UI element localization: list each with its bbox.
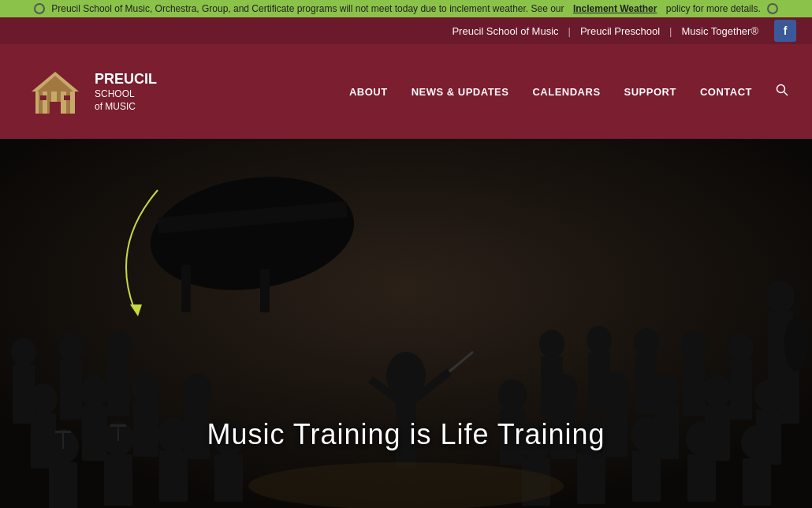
separator-2: | <box>669 25 672 37</box>
logo-area[interactable]: PREUCIL SCHOOL of MUSIC <box>24 60 157 123</box>
alert-bar: Preucil School of Music, Orchestra, Grou… <box>0 0 812 17</box>
svg-rect-41 <box>13 364 35 424</box>
svg-point-76 <box>728 334 754 362</box>
nav-calendars[interactable]: CALENDARS <box>532 86 600 98</box>
svg-line-12 <box>784 92 788 96</box>
svg-point-44 <box>106 330 131 358</box>
nav-support[interactable]: SUPPORT <box>624 86 676 98</box>
facebook-icon[interactable]: f <box>774 20 796 42</box>
alert-text-after: policy for more details. <box>666 3 761 14</box>
svg-rect-8 <box>50 102 61 114</box>
svg-point-56 <box>498 379 527 411</box>
logo-preucil: PREUCIL <box>95 70 157 88</box>
main-nav: ABOUT NEWS & UPDATES CALENDARS SUPPORT C… <box>349 84 788 99</box>
svg-point-36 <box>132 372 160 403</box>
svg-rect-29 <box>159 450 188 502</box>
svg-point-34 <box>80 375 109 407</box>
svg-point-72 <box>634 328 659 357</box>
orchestra-silhouettes <box>0 139 812 508</box>
logo-school: SCHOOL <box>95 88 157 101</box>
svg-point-64 <box>703 375 732 407</box>
svg-rect-2 <box>39 92 43 114</box>
search-button[interactable] <box>776 84 788 99</box>
main-header: PREUCIL SCHOOL of MUSIC ABOUT NEWS & UPD… <box>0 44 812 139</box>
alert-text-before: Preucil School of Music, Orchestra, Grou… <box>51 3 564 14</box>
svg-point-42 <box>58 334 84 362</box>
svg-rect-77 <box>730 360 752 420</box>
svg-rect-18 <box>260 269 270 312</box>
svg-point-74 <box>681 330 706 358</box>
svg-rect-25 <box>49 462 77 508</box>
hero-tagline: Music Training is Life Training <box>0 418 812 451</box>
svg-rect-31 <box>214 454 243 502</box>
svg-rect-69 <box>541 357 563 416</box>
svg-point-84 <box>766 281 795 312</box>
svg-point-87 <box>248 462 564 508</box>
svg-rect-73 <box>635 355 657 414</box>
logo-of-music: of MUSIC <box>95 101 157 114</box>
svg-rect-55 <box>743 458 771 506</box>
svg-rect-53 <box>687 454 716 502</box>
hero-section: Music Training is Life Training <box>0 139 812 508</box>
alert-circle-right <box>767 3 778 14</box>
svg-rect-45 <box>107 357 129 416</box>
nav-news-updates[interactable]: NEWS & UPDATES <box>412 86 509 98</box>
svg-rect-27 <box>104 454 132 506</box>
alert-link[interactable]: Inclement Weather <box>573 3 657 14</box>
separator-1: | <box>568 25 571 37</box>
svg-rect-10 <box>64 95 70 100</box>
alert-circle-left <box>34 3 45 14</box>
svg-point-11 <box>777 85 785 93</box>
svg-rect-43 <box>60 360 82 420</box>
svg-rect-49 <box>577 453 605 504</box>
logo-text: PREUCIL SCHOOL of MUSIC <box>95 70 157 114</box>
top-nav-bar: Preucil School of Music | Preucil Presch… <box>0 17 812 44</box>
logo-image <box>24 60 87 123</box>
svg-point-70 <box>587 326 612 354</box>
svg-rect-5 <box>66 92 70 114</box>
svg-rect-75 <box>683 357 705 416</box>
svg-rect-71 <box>588 353 610 412</box>
nav-contact[interactable]: CONTACT <box>700 86 752 98</box>
svg-point-40 <box>11 338 36 366</box>
top-nav-preschool[interactable]: Preucil Preschool <box>571 25 669 37</box>
svg-point-38 <box>183 374 211 405</box>
nav-about[interactable]: ABOUT <box>349 86 388 98</box>
top-nav-school[interactable]: Preucil School of Music <box>442 25 568 37</box>
top-nav-music-together[interactable]: Music Together® <box>672 25 769 37</box>
svg-rect-17 <box>181 265 191 312</box>
svg-point-86 <box>784 316 808 372</box>
svg-point-68 <box>539 330 564 358</box>
svg-rect-9 <box>40 95 47 100</box>
